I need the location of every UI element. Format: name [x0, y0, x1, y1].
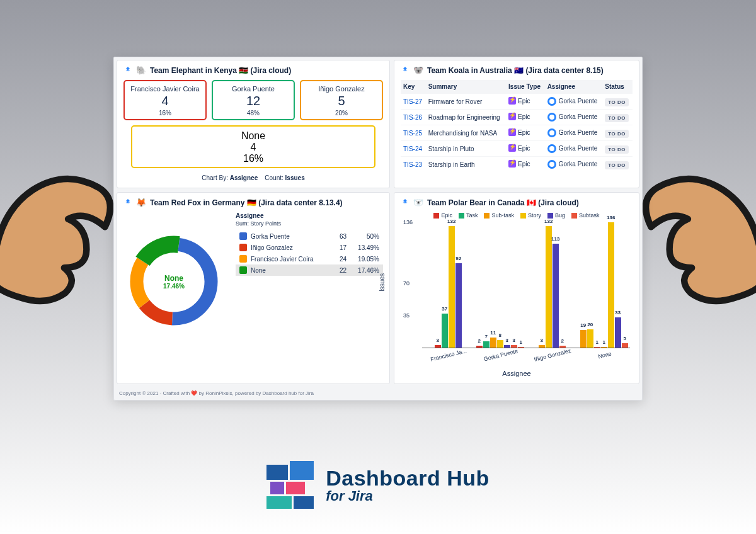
bar-value-label: 2 — [561, 338, 564, 344]
bar[interactable]: 3 — [539, 345, 545, 348]
stat-card-none[interactable]: None 4 16% — [131, 125, 375, 168]
bar[interactable]: 2 — [476, 346, 483, 348]
legend-pct: 17.46% — [350, 267, 379, 274]
stat-card-pct: 16% — [127, 110, 203, 116]
table-row[interactable]: TIS-23Starship in EarthEpicGorka PuenteT… — [401, 157, 633, 173]
legend-row[interactable]: Iñigo Gonzalez1713.49% — [236, 242, 383, 253]
legend-item[interactable]: Subtask — [571, 212, 600, 219]
epic-icon — [508, 144, 516, 152]
jira-icon — [401, 66, 410, 75]
legend-row[interactable]: None2217.46% — [236, 264, 383, 276]
issue-key-link[interactable]: TIS-25 — [403, 130, 422, 137]
y-tick: 35 — [403, 312, 410, 319]
table-row[interactable]: TIS-26Roadmap for EngineeringEpicGorka P… — [401, 110, 633, 125]
bar[interactable]: 19 — [580, 330, 587, 348]
stat-card[interactable]: Francisco Javier Coira416% — [123, 80, 207, 120]
col-assignee[interactable]: Assignee — [545, 80, 603, 94]
legend-item[interactable]: Sub-task — [484, 212, 514, 219]
col-status[interactable]: Status — [602, 80, 633, 94]
bar-group: 192011136335 — [578, 222, 631, 348]
panel-title: Team Polar Bear in Canada 🇨🇦 (Jira cloud… — [427, 198, 579, 207]
legend-swatch — [433, 213, 439, 219]
decorative-arm-left — [0, 164, 118, 309]
col-type[interactable]: Issue Type — [506, 80, 545, 94]
avatar — [547, 97, 556, 106]
epic-icon — [508, 113, 516, 120]
elephant-icon: 🐘 — [136, 65, 146, 75]
bar-value-label: 5 — [624, 336, 626, 341]
stat-card-value: 4 — [127, 94, 203, 108]
stat-card-pct: 16% — [135, 153, 372, 164]
bar[interactable]: 92 — [455, 263, 462, 348]
issue-type: Epic — [508, 144, 530, 152]
issue-assignee: Gorka Puente — [545, 110, 603, 125]
issue-assignee: Gorka Puente — [545, 157, 603, 173]
avatar — [547, 160, 556, 169]
bar[interactable]: 3 — [435, 345, 441, 348]
bar[interactable]: 7 — [483, 341, 490, 348]
table-row[interactable]: TIS-25Merchandising for NASAEpicGorka Pu… — [401, 125, 633, 141]
bar-value-label: 132 — [447, 219, 455, 224]
stat-card-pct: 48% — [215, 110, 291, 116]
legend-item[interactable]: Story — [520, 212, 541, 219]
legend-row[interactable]: Francisco Javier Coira2419.05% — [236, 253, 383, 264]
bar[interactable]: 113 — [553, 244, 559, 348]
jira-icon — [123, 198, 132, 207]
fox-icon: 🦊 — [136, 198, 146, 207]
bar-chart[interactable]: 3570136337132922711833131321132192011136… — [422, 222, 630, 348]
col-key[interactable]: Key — [401, 80, 426, 94]
issue-key-link[interactable]: TIS-27 — [403, 98, 422, 105]
legend-name: None — [251, 267, 326, 274]
dashboard-container: 🐘 Team Elephant in Kenya 🇰🇪 (Jira cloud)… — [113, 57, 643, 401]
legend-name: Gorka Puente — [251, 233, 326, 240]
bar[interactable]: 37 — [442, 314, 448, 348]
legend-name: Iñigo Gonzalez — [251, 244, 326, 251]
bar-value-label: 19 — [580, 322, 586, 328]
y-axis-label: Issues — [379, 273, 386, 292]
bar[interactable]: 132 — [449, 226, 455, 348]
bar[interactable]: 132 — [546, 226, 552, 348]
stat-card-value: 4 — [135, 142, 372, 153]
table-row[interactable]: TIS-27Firmware for RoverEpicGorka Puente… — [401, 94, 633, 110]
panel-redfox: 🦊 Team Red Fox in Germany 🇩🇪 (Jira data … — [117, 192, 390, 384]
stat-card[interactable]: Gorka Puente1248% — [212, 80, 295, 120]
issue-summary: Roadmap for Engineering — [426, 110, 506, 125]
bar-value-label: 3 — [506, 338, 508, 343]
stat-card-name: None — [135, 130, 372, 142]
bar-value-label: 3 — [541, 338, 543, 343]
bar[interactable]: 1 — [594, 347, 600, 348]
issue-key-link[interactable]: TIS-23 — [403, 161, 422, 168]
issue-summary: Merchandising for NASA — [426, 125, 506, 141]
table-row[interactable]: TIS-24Starship in PlutoEpicGorka PuenteT… — [401, 141, 633, 157]
decorative-arm-right — [638, 164, 756, 309]
legend-swatch — [239, 244, 247, 251]
issue-summary: Starship in Earth — [426, 157, 506, 173]
legend-pct: 50% — [350, 233, 379, 240]
issue-summary: Starship in Pluto — [426, 141, 506, 157]
bar[interactable]: 136 — [608, 222, 614, 348]
legend-swatch — [520, 213, 526, 219]
product-branding: Dashboard Hub for Jira — [0, 461, 756, 509]
bar-group: 27118331 — [474, 222, 527, 348]
epic-icon — [508, 97, 516, 105]
bar-value-label: 2 — [478, 338, 481, 344]
stat-card-value: 12 — [215, 94, 291, 108]
bar[interactable]: 33 — [615, 317, 621, 348]
stat-card[interactable]: Iñigo Gonzalez520% — [300, 80, 383, 120]
legend-item[interactable]: Bug — [547, 212, 565, 219]
issue-type: Epic — [508, 160, 530, 168]
legend-pct: 13.49% — [350, 244, 379, 251]
legend-item[interactable]: Epic — [433, 212, 452, 219]
legend-pct: 19.05% — [350, 256, 379, 263]
bar[interactable]: 20 — [587, 329, 593, 348]
legend-row[interactable]: Gorka Puente6350% — [236, 230, 383, 242]
legend-value: 17 — [330, 244, 346, 251]
polarbear-icon: 🐻‍❄️ — [413, 198, 423, 207]
legend-item[interactable]: Task — [459, 212, 478, 219]
issue-key-link[interactable]: TIS-24 — [403, 145, 422, 152]
bar[interactable]: 11 — [490, 338, 496, 348]
bar[interactable]: 8 — [497, 340, 503, 348]
issue-key-link[interactable]: TIS-26 — [403, 114, 422, 121]
donut-chart[interactable]: None 17.46% — [123, 231, 224, 332]
col-summary[interactable]: Summary — [426, 80, 506, 94]
